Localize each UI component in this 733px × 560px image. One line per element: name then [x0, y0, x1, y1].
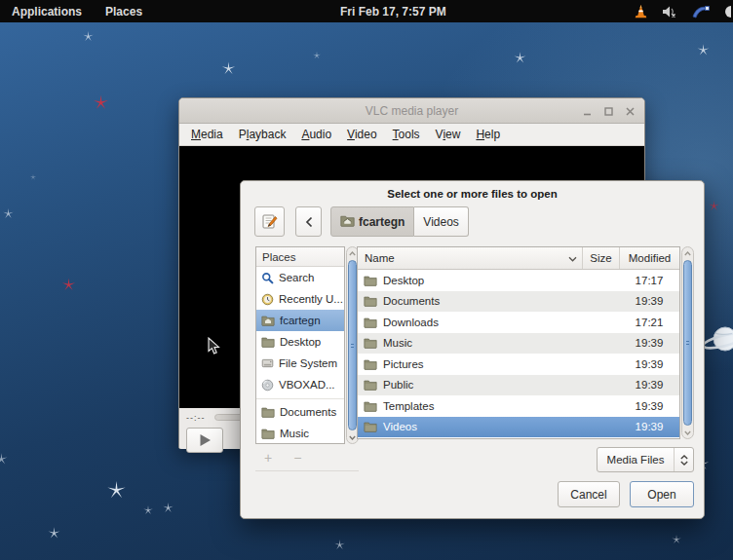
- table-row[interactable]: Public19:39: [358, 375, 679, 396]
- disc-icon: [261, 379, 274, 392]
- menu-item-video[interactable]: Video: [339, 125, 384, 144]
- sidebar-item-label: Search: [279, 272, 314, 283]
- menu-item-audio[interactable]: Audio: [293, 125, 339, 144]
- sidebar-item-label: Recently U...: [279, 293, 343, 305]
- file-name: Documents: [383, 295, 440, 307]
- folder-icon: [261, 428, 275, 439]
- file-name: Downloads: [383, 317, 439, 328]
- add-bookmark-button[interactable]: +: [264, 450, 272, 466]
- path-breadcrumbs: fcartegn Videos: [330, 206, 469, 237]
- minimize-icon[interactable]: [583, 107, 592, 116]
- table-row[interactable]: Desktop17:17: [358, 270, 679, 291]
- menu-item-help[interactable]: Help: [468, 125, 508, 144]
- dialog-toolbar: fcartegn Videos: [254, 206, 469, 237]
- vlc-window-title: VLC media player: [179, 104, 644, 118]
- scroll-down-icon[interactable]: [684, 427, 691, 438]
- folder-icon: [364, 317, 377, 328]
- places-sidebar: Places SearchRecently U...fcartegnDeskto…: [255, 246, 345, 444]
- column-size[interactable]: Size: [582, 247, 619, 269]
- table-row[interactable]: Videos19:39: [358, 417, 679, 438]
- folder-icon: [364, 295, 377, 307]
- menu-item-media[interactable]: Media: [183, 125, 231, 144]
- scroll-up-icon[interactable]: [684, 247, 691, 259]
- sidebar-item-documents[interactable]: Documents: [256, 401, 344, 423]
- sidebar-item-file-system[interactable]: File System: [256, 353, 344, 374]
- scroll-down-icon[interactable]: [349, 431, 356, 443]
- volume-muted-icon[interactable]: [662, 5, 677, 19]
- dropdown-arrows-icon: [674, 448, 693, 471]
- clock[interactable]: Fri Feb 17, 7:57 PM: [340, 0, 446, 22]
- applications-menu[interactable]: Applications: [0, 0, 94, 22]
- vlc-menubar: MediaPlaybackAudioVideoToolsViewHelp: [179, 124, 644, 146]
- sidebar-item-fcartegn[interactable]: fcartegn: [256, 310, 344, 331]
- table-row[interactable]: Downloads17:21: [358, 312, 679, 333]
- sidebar-item-label: fcartegn: [280, 315, 321, 326]
- sidebar-separator: [256, 395, 344, 399]
- menu-item-playback[interactable]: Playback: [231, 125, 294, 144]
- sidebar-item-label: Documents: [280, 406, 336, 418]
- folder-icon: [261, 406, 275, 418]
- system-tray: [634, 0, 731, 22]
- file-modified: 19:39: [619, 295, 679, 307]
- sidebar-item-music[interactable]: Music: [256, 423, 344, 444]
- file-modified: 19:39: [619, 358, 679, 370]
- search-icon: [261, 272, 274, 284]
- folder-icon: [364, 358, 377, 370]
- table-row[interactable]: Pictures19:39: [358, 354, 679, 375]
- vlc-titlebar[interactable]: VLC media player: [179, 98, 644, 124]
- cancel-button[interactable]: Cancel: [558, 481, 620, 507]
- sidebar-item-label: VBOXAD...: [279, 379, 335, 391]
- table-row[interactable]: Music19:39: [358, 333, 679, 355]
- play-button[interactable]: [186, 428, 223, 453]
- filelist-scrollbar[interactable]: [681, 246, 694, 439]
- sidebar-item-desktop[interactable]: Desktop: [256, 331, 344, 353]
- back-button[interactable]: [295, 206, 322, 237]
- menu-item-view[interactable]: View: [428, 125, 469, 144]
- sidebar-scroll-thumb[interactable]: [348, 260, 357, 430]
- breadcrumb-home[interactable]: fcartegn: [330, 206, 414, 237]
- file-type-filter-dropdown[interactable]: Media Files: [597, 447, 694, 472]
- file-modified: 17:17: [619, 275, 679, 286]
- sidebar-item-recently-u-[interactable]: Recently U...: [256, 288, 344, 310]
- breadcrumb-videos[interactable]: Videos: [414, 206, 468, 237]
- open-button[interactable]: Open: [630, 481, 694, 507]
- elapsed-time: --:--: [186, 413, 206, 423]
- file-modified: 19:39: [619, 421, 679, 432]
- column-modified[interactable]: Modified: [619, 247, 679, 269]
- top-panel: Applications Places Fri Feb 17, 7:57 PM: [0, 0, 733, 22]
- clock-icon: [261, 293, 274, 306]
- sidebar-item-vboxad-[interactable]: VBOXAD...: [256, 374, 344, 395]
- file-modified: 19:39: [619, 400, 679, 412]
- filelist-scroll-thumb[interactable]: [683, 260, 692, 426]
- maximize-icon[interactable]: [604, 107, 613, 116]
- vlc-tray-icon[interactable]: [634, 4, 648, 19]
- breadcrumb-videos-label: Videos: [423, 215, 458, 229]
- menu-item-tools[interactable]: Tools: [385, 125, 428, 144]
- folder-icon: [364, 337, 377, 349]
- folder-icon: [364, 400, 377, 412]
- folder-icon: [364, 421, 377, 432]
- breadcrumb-home-label: fcartegn: [359, 215, 405, 229]
- sidebar-item-search[interactable]: Search: [256, 267, 344, 288]
- file-list: Name Size Modified Desktop17:17Documents…: [357, 246, 680, 439]
- file-open-dialog: Select one or more files to open fcarteg…: [240, 180, 705, 519]
- file-name: Public: [383, 379, 413, 391]
- table-row[interactable]: Documents19:39: [358, 291, 679, 313]
- file-name: Music: [383, 337, 412, 349]
- scroll-up-icon[interactable]: [349, 247, 356, 259]
- sidebar-item-label: Music: [280, 428, 309, 439]
- remove-bookmark-button[interactable]: −: [293, 450, 301, 466]
- user-applet-icon[interactable]: [691, 4, 711, 19]
- close-icon[interactable]: [626, 107, 635, 116]
- folder-icon: [261, 336, 275, 348]
- type-filename-button[interactable]: [254, 206, 285, 237]
- tray-partial-icon: [724, 5, 731, 19]
- places-header: Places: [256, 247, 344, 267]
- file-modified: 19:39: [619, 337, 679, 349]
- filter-selected-value: Media Files: [598, 454, 674, 466]
- table-row[interactable]: Templates19:39: [358, 395, 679, 417]
- places-menu[interactable]: Places: [94, 0, 154, 22]
- drive-icon: [261, 357, 274, 369]
- file-name: Desktop: [383, 275, 424, 286]
- column-name[interactable]: Name: [358, 252, 582, 264]
